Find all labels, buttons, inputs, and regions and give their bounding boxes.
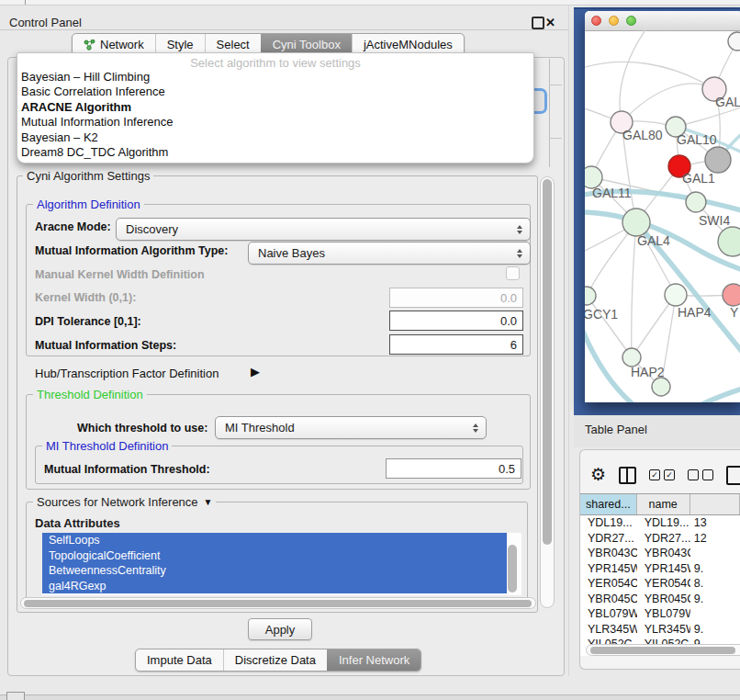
cell: 9. <box>690 622 740 638</box>
export-table-icon[interactable] <box>726 466 740 485</box>
algorithm-option-mutual-information-inference[interactable]: Mutual Information Inference <box>17 115 533 130</box>
network-node[interactable] <box>652 378 670 396</box>
network-node-hap2[interactable] <box>622 348 641 367</box>
attribute-item-betweennesscentrality[interactable]: BetweennessCentrality <box>42 563 507 579</box>
algorithm-option-bayesian-hill-climbing[interactable]: Bayesian – Hill Climbing <box>17 70 533 85</box>
network-canvas[interactable]: GALGAL80GAL10GAL1GAL11SWI4GAL4GCY1HAP4YH… <box>585 30 740 402</box>
data-attributes-list[interactable]: SelfLoopsTopologicalCoefficientBetweenne… <box>42 533 521 595</box>
cell: YBR043C <box>637 546 690 561</box>
which-threshold-combo[interactable]: MI Threshold <box>215 416 487 439</box>
tab-infer-network[interactable]: Infer Network <box>327 649 420 671</box>
collapse-arrow-icon: ▼ <box>204 497 213 507</box>
settings-vertical-scrollbar[interactable] <box>540 176 555 608</box>
settings-horizontal-scrollbar[interactable] <box>20 597 536 609</box>
scrollbar-thumb[interactable] <box>24 600 532 607</box>
network-node[interactable] <box>728 32 740 51</box>
network-node-y[interactable] <box>723 284 740 306</box>
table-row-yer054c[interactable]: YER054CYER054C8. <box>580 576 740 592</box>
stepper-icon <box>470 423 481 433</box>
network-node-hap4[interactable] <box>665 284 687 306</box>
minimized-panel-icon[interactable] <box>6 692 25 700</box>
select-all-checkboxes-icon[interactable]: ✓✓ <box>649 469 675 480</box>
tab-discretize-data[interactable]: Discretize Data <box>223 649 327 671</box>
table-row-ypr145w[interactable]: YPR145WYPR145W9. <box>580 561 740 577</box>
table-row-ybl079w[interactable]: YBL079WYBL079W <box>580 606 740 622</box>
column-header-hidden[interactable] <box>690 494 740 514</box>
node-label: GCY1 <box>585 307 618 322</box>
table-row-ydr27[interactable]: YDR27...YDR27...12 <box>580 531 740 547</box>
table-row-ybr043c[interactable]: YBR043CYBR043C <box>580 546 740 561</box>
close-panel-icon[interactable]: ✕ <box>545 11 555 35</box>
network-node-gcy1[interactable] <box>585 287 596 305</box>
tab-label: Cyni Toolbox <box>273 38 341 51</box>
cell: YBR045C <box>580 592 637 607</box>
sources-group-title[interactable]: Sources for Network Inference ▼ <box>33 495 216 509</box>
threshold-definition-title: Threshold Definition <box>33 388 147 401</box>
manual-kernel-width-checkbox[interactable] <box>506 266 520 280</box>
aracne-mode-combo[interactable]: Discovery <box>116 218 531 241</box>
network-node[interactable] <box>705 147 731 173</box>
kernel-width-label: Kernel Width (0,1): <box>35 291 136 304</box>
mi-algorithm-type-combo[interactable]: Naive Bayes <box>248 242 531 265</box>
cyni-algorithm-settings-title: Cyni Algorithm Settings <box>23 169 153 183</box>
network-edge <box>693 387 740 402</box>
tab-impute-data[interactable]: Impute Data <box>136 649 223 671</box>
network-node[interactable] <box>718 227 740 256</box>
node-label: GAL1 <box>682 171 715 186</box>
scrollbar-thumb[interactable] <box>590 647 735 654</box>
mi-steps-field[interactable]: 6 <box>389 334 523 355</box>
node-label: GAL10 <box>677 132 717 147</box>
cell: YDL19... <box>580 515 637 531</box>
list-scrollbar-thumb[interactable] <box>508 545 517 593</box>
network-node-gal4[interactable] <box>622 209 650 236</box>
minimize-traffic-light-icon[interactable] <box>609 16 619 26</box>
network-canvas-svg: GALGAL80GAL10GAL1GAL11SWI4GAL4GCY1HAP4YH… <box>585 30 740 402</box>
table-row-ydl19[interactable]: YDL19...YDL19...13 <box>580 515 740 531</box>
attribute-item-selfloops[interactable]: SelfLoops <box>42 533 507 548</box>
tab-label: Impute Data <box>147 653 212 667</box>
settings-gear-icon[interactable]: ⚙ <box>590 463 606 487</box>
float-panel-icon[interactable] <box>532 17 544 29</box>
table-row-ylr345w[interactable]: YLR345WYLR345W9. <box>580 622 740 638</box>
dpi-tolerance-field[interactable]: 0.0 <box>389 310 523 331</box>
network-window-titlebar[interactable] <box>585 11 740 31</box>
cell <box>690 606 740 622</box>
algorithm-option-dream8-dc-tdc-algorithm[interactable]: Dream8 DC_TDC Algorithm <box>17 145 533 160</box>
aracne-mode-label: Aracne Mode: <box>35 220 111 233</box>
attribute-item-gal4rgexp[interactable]: gal4RGexp <box>42 579 507 594</box>
control-panel-titlebar: Control Panel ✕ <box>0 6 569 30</box>
cell: YBR045C <box>637 592 690 607</box>
algorithm-option-bayesian-k2[interactable]: Bayesian – K2 <box>17 130 533 145</box>
cell: YLR345W <box>637 622 690 638</box>
checked-checkbox-icon: ✓ <box>664 469 675 480</box>
tab-label: Infer Network <box>339 653 409 667</box>
split-columns-icon[interactable] <box>619 467 636 484</box>
mi-threshold-field[interactable]: 0.5 <box>386 458 521 479</box>
column-header-name[interactable]: name <box>637 494 690 514</box>
algorithm-option-basic-correlation-inference[interactable]: Basic Correlation Inference <box>17 85 533 99</box>
cell: YPR145W <box>637 561 690 577</box>
cell: YPR145W <box>580 561 637 577</box>
cell: YBL079W <box>580 606 637 622</box>
cell: 12 <box>690 531 740 547</box>
apply-button[interactable]: Apply <box>248 618 312 640</box>
table-row-ybr045c[interactable]: YBR045CYBR045C9. <box>580 592 740 607</box>
hub-transcription-factor-label[interactable]: Hub/Transcription Factor Definition <box>35 367 219 380</box>
deselect-checkboxes-icon[interactable] <box>688 469 713 480</box>
attribute-item-topologicalcoefficient[interactable]: TopologicalCoefficient <box>42 548 507 564</box>
network-node-swi4[interactable] <box>686 192 706 212</box>
expand-arrow-icon[interactable]: ▶ <box>251 365 260 378</box>
stepper-icon <box>514 249 525 258</box>
network-edge <box>585 62 714 89</box>
dpi-tolerance-label: DPI Tolerance [0,1]: <box>35 315 141 328</box>
aracne-mode-value: Discovery <box>117 222 514 236</box>
column-header-shared[interactable]: shared... <box>580 494 637 514</box>
algorithm-option-aracne-algorithm[interactable]: ARACNE Algorithm <box>17 100 533 115</box>
kernel-width-field[interactable]: 0.0 <box>389 288 523 308</box>
scrollbar-thumb[interactable] <box>543 179 552 545</box>
zoom-traffic-light-icon[interactable] <box>626 16 636 26</box>
table-horizontal-scrollbar[interactable] <box>586 644 740 656</box>
close-traffic-light-icon[interactable] <box>591 16 601 26</box>
cell: YLR345W <box>580 622 637 638</box>
algorithm-definition-title: Algorithm Definition <box>33 198 144 211</box>
